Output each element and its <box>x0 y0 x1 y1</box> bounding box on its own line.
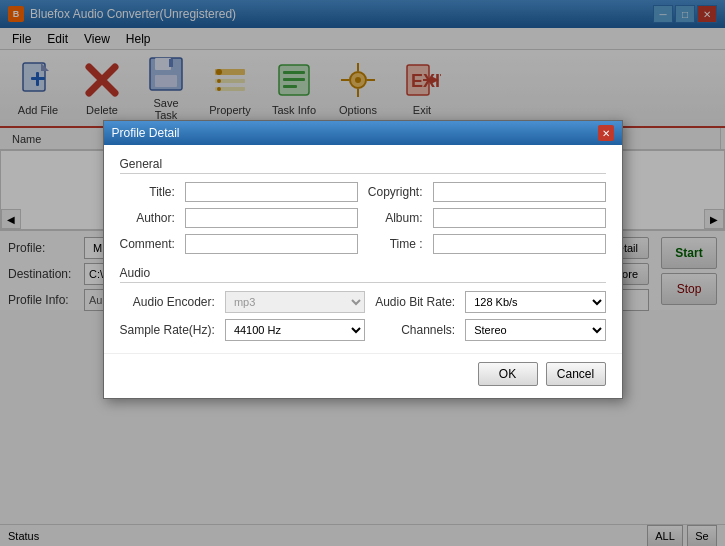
copyright-input[interactable] <box>433 182 606 202</box>
time-label: Time : <box>368 237 423 251</box>
dialog-buttons: OK Cancel <box>104 353 622 398</box>
copyright-label: Copyright: <box>368 185 423 199</box>
samplerate-label: Sample Rate(Hz): <box>120 323 215 337</box>
bitrate-select[interactable]: 64 Kb/s 128 Kb/s 192 Kb/s 256 Kb/s 320 K… <box>465 291 605 313</box>
ok-button[interactable]: OK <box>478 362 538 386</box>
encoder-select: mp3 <box>225 291 365 313</box>
cancel-button[interactable]: Cancel <box>546 362 606 386</box>
audio-section-label: Audio <box>120 266 606 283</box>
modal-overlay: Profile Detail ✕ General Title: Copyrigh… <box>0 0 725 546</box>
dialog-title: Profile Detail <box>112 126 180 140</box>
samplerate-select[interactable]: 8000 Hz 11025 Hz 22050 Hz 44100 Hz <box>225 319 365 341</box>
bitrate-label: Audio Bit Rate: <box>375 295 455 309</box>
title-label: Title: <box>120 185 175 199</box>
comment-label: Comment: <box>120 237 175 251</box>
album-label: Album: <box>368 211 423 225</box>
general-section-label: General <box>120 157 606 174</box>
author-input[interactable] <box>185 208 358 228</box>
title-input[interactable] <box>185 182 358 202</box>
profile-detail-dialog: Profile Detail ✕ General Title: Copyrigh… <box>103 120 623 399</box>
dialog-close-button[interactable]: ✕ <box>598 125 614 141</box>
album-input[interactable] <box>433 208 606 228</box>
channels-select[interactable]: Mono Stereo <box>465 319 605 341</box>
time-input[interactable] <box>433 234 606 254</box>
comment-input[interactable] <box>185 234 358 254</box>
channels-label: Channels: <box>375 323 455 337</box>
general-form: Title: Copyright: Author: Album: Comment… <box>120 182 606 254</box>
encoder-label: Audio Encoder: <box>120 295 215 309</box>
audio-form: Audio Encoder: mp3 Audio Bit Rate: 64 Kb… <box>120 291 606 341</box>
author-label: Author: <box>120 211 175 225</box>
dialog-title-bar: Profile Detail ✕ <box>104 121 622 145</box>
dialog-body: General Title: Copyright: Author: Album:… <box>104 145 622 353</box>
